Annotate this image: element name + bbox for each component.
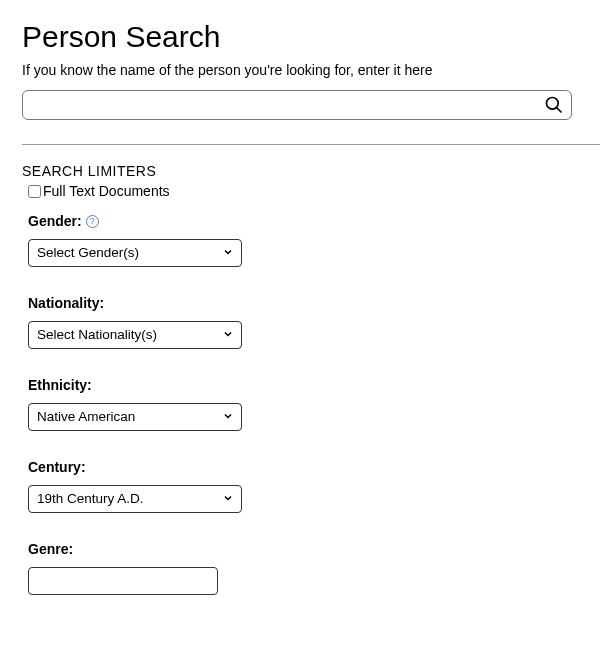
page-subtitle: If you know the name of the person you'r… (22, 62, 580, 78)
century-select[interactable]: 19th Century A.D. (28, 485, 242, 513)
page-title: Person Search (22, 20, 580, 54)
nationality-field: Nationality: Select Nationality(s) (28, 295, 580, 349)
gender-label: Gender: (28, 213, 82, 229)
fulltext-checkbox-row[interactable]: Full Text Documents (28, 183, 580, 199)
nationality-select[interactable]: Select Nationality(s) (28, 321, 242, 349)
ethnicity-field: Ethnicity: Native American (28, 377, 580, 431)
fulltext-label: Full Text Documents (43, 183, 170, 199)
ethnicity-label-row: Ethnicity: (28, 377, 580, 393)
century-label-row: Century: (28, 459, 580, 475)
ethnicity-select[interactable]: Native American (28, 403, 242, 431)
search-box-container (22, 90, 572, 120)
genre-label: Genre: (28, 541, 73, 557)
gender-label-row: Gender: ? (28, 213, 580, 229)
limiters-heading: SEARCH LIMITERS (22, 163, 580, 179)
ethnicity-label: Ethnicity: (28, 377, 92, 393)
genre-input[interactable] (28, 567, 218, 595)
century-label: Century: (28, 459, 86, 475)
genre-field: Genre: (28, 541, 580, 595)
gender-select[interactable]: Select Gender(s) (28, 239, 242, 267)
help-icon[interactable]: ? (86, 215, 99, 228)
gender-field: Gender: ? Select Gender(s) (28, 213, 580, 267)
divider (22, 144, 600, 145)
genre-label-row: Genre: (28, 541, 580, 557)
fulltext-checkbox[interactable] (28, 185, 41, 198)
search-input[interactable] (22, 90, 572, 120)
nationality-label: Nationality: (28, 295, 104, 311)
century-field: Century: 19th Century A.D. (28, 459, 580, 513)
nationality-label-row: Nationality: (28, 295, 580, 311)
